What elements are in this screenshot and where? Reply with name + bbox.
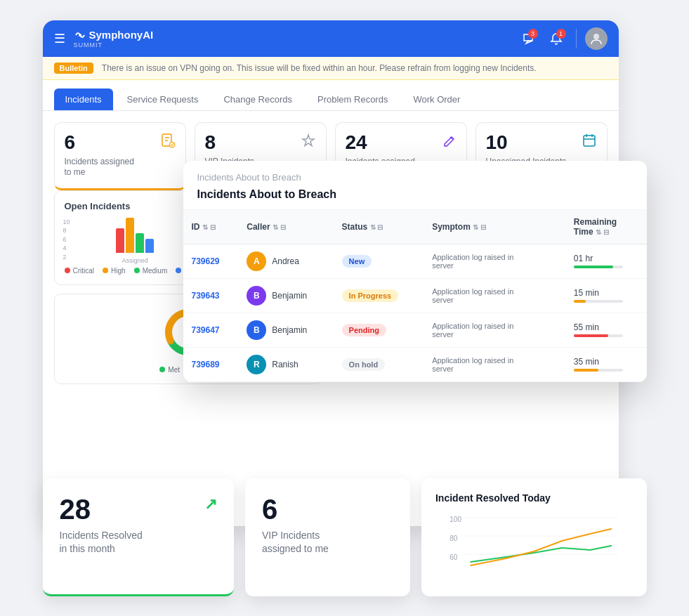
edit-icon: [441, 133, 457, 152]
vip-label: VIP Incidentsassigned to me: [262, 529, 393, 556]
remaining-739689: 35 min: [574, 357, 638, 372]
incident-id-739629[interactable]: 739629: [192, 256, 220, 266]
tab-service-requests[interactable]: Service Requests: [116, 89, 210, 110]
symptom-739629: Application log raised in server: [432, 253, 530, 270]
legend-dot-low: [176, 268, 181, 273]
resolved-label: Incidents Resolvedin this month: [60, 529, 217, 556]
caller-benjamin-2: B Benjamin: [247, 320, 324, 340]
resolved-num: 28: [60, 495, 91, 523]
status-new-739629: New: [342, 255, 372, 268]
time-bar-fill-739643: [574, 300, 586, 303]
col-id: ID ⇅ ⊟: [183, 210, 239, 244]
legend-medium: Medium: [134, 267, 168, 275]
svg-text:100: 100: [450, 516, 461, 523]
table-row: 739629 A Andrea New Application log rais…: [183, 244, 647, 278]
incident-id-739643[interactable]: 739643: [192, 291, 220, 301]
bulletin-badge: Bulletin: [54, 63, 93, 74]
caller-avatar-benjamin-1: B: [247, 286, 266, 306]
chat-badge: 3: [528, 29, 538, 39]
table-row: 739643 B Benjamin In Progress Applicatio…: [183, 278, 647, 313]
resolved-today-chart: 100 80 60: [435, 509, 633, 579]
svg-point-0: [79, 34, 81, 37]
nav-icons: 3 1: [517, 27, 608, 50]
star-icon: [301, 133, 316, 152]
caller-avatar-andrea: A: [247, 251, 266, 271]
stat-num-assigned-team: 24: [346, 133, 457, 152]
user-avatar[interactable]: [585, 27, 608, 50]
bar-low-assigned: [145, 239, 154, 253]
bell-badge: 1: [556, 29, 566, 39]
app-name: SymphonyAI: [74, 29, 154, 41]
incident-id-739647[interactable]: 739647: [192, 325, 220, 335]
nav-bar: ☰ SymphonyAI SUMMIT 3: [43, 20, 619, 57]
chat-icon-btn[interactable]: 3: [517, 27, 539, 50]
nav-divider: [576, 29, 577, 48]
legend-high: High: [103, 267, 126, 275]
breach-table: ID ⇅ ⊟ Caller ⇅ ⊟ Status ⇅ ⊟ Symptom ⇅ ⊟…: [183, 210, 647, 382]
stat-num-vip-assigned-me: 8: [205, 133, 316, 152]
y-axis-labels: 108642: [63, 218, 70, 261]
legend-dot-critical: [65, 268, 70, 273]
legend-met-2: Met: [159, 366, 180, 374]
svg-text:80: 80: [450, 535, 458, 542]
status-onhold-739689: On hold: [342, 358, 386, 371]
stat-label-assigned-me: Incidents assignedto me: [65, 157, 176, 178]
bottom-cards-row: 28 ↗ Incidents Resolvedin this month 6 V…: [29, 478, 661, 596]
logo-icon: [74, 29, 86, 41]
table-row: 739647 B Benjamin Pending Application lo…: [183, 313, 647, 347]
legend-dot-high: [103, 268, 108, 273]
tab-problem-records[interactable]: Problem Records: [306, 89, 399, 110]
document-icon: [160, 133, 176, 152]
legend-dot-medium: [134, 268, 140, 273]
vip-num: 6: [262, 495, 393, 523]
stat-card-assigned-me[interactable]: 6 Incidents assignedto me: [54, 122, 186, 190]
legend-critical: Critical: [65, 267, 95, 275]
incident-id-739689[interactable]: 739689: [192, 360, 220, 369]
bar-group-assigned: Assigned: [77, 211, 194, 264]
svg-rect-4: [584, 136, 595, 146]
bulletin-text: There is an issue on VPN going on. This …: [102, 63, 537, 73]
app-subtitle: SUMMIT: [74, 41, 103, 48]
trend-up-icon: ↗: [204, 495, 217, 513]
status-pending-739647: Pending: [342, 324, 386, 336]
tabs-bar: Incidents Service Requests Change Record…: [43, 80, 619, 111]
bell-icon-btn[interactable]: 1: [545, 27, 567, 50]
col-symptom: Symptom ⇅ ⊟: [424, 210, 565, 244]
col-status: Status ⇅ ⊟: [334, 210, 424, 244]
breach-modal-header: Incidents About to Breach Incidents Abou…: [183, 161, 647, 210]
bar-high-assigned: [126, 218, 134, 253]
svg-point-1: [593, 34, 599, 39]
time-bar-fill-739629: [574, 266, 613, 268]
bar-label-assigned: Assigned: [122, 257, 148, 264]
remaining-739629: 01 hr: [574, 254, 638, 268]
legend-dot-met-2: [159, 367, 165, 372]
caller-ranish: R Ranish: [247, 355, 324, 374]
tab-incidents[interactable]: Incidents: [54, 89, 113, 110]
symptom-739643: Application log raised in server: [432, 287, 530, 304]
vip-card[interactable]: 6 VIP Incidentsassigned to me: [245, 478, 410, 596]
breach-modal: Incidents About to Breach Incidents Abou…: [183, 161, 647, 382]
tab-change-records[interactable]: Change Records: [212, 89, 303, 110]
symptom-739689: Application log raised in server: [432, 356, 530, 373]
caller-benjamin-1: B Benjamin: [247, 286, 324, 306]
status-inprogress-739643: In Progress: [342, 289, 399, 302]
hamburger-icon[interactable]: ☰: [54, 31, 65, 46]
svg-text:60: 60: [450, 553, 458, 561]
resolved-today-title: Incident Resolved Today: [435, 492, 633, 504]
calendar-icon: [582, 133, 597, 152]
tab-work-order[interactable]: Work Order: [402, 89, 471, 110]
table-row: 739689 R Ranish On hold Application log …: [183, 347, 647, 381]
caller-avatar-benjamin-2: B: [247, 320, 266, 340]
bar-critical-assigned: [116, 228, 124, 253]
col-caller: Caller ⇅ ⊟: [238, 210, 333, 244]
symptom-739647: Application log raised in server: [432, 322, 530, 339]
stat-num-unassigned: 10: [486, 133, 597, 152]
breach-modal-subtitle: Incidents About to Breach: [197, 172, 633, 183]
remaining-739643: 15 min: [574, 288, 638, 303]
resolved-card[interactable]: 28 ↗ Incidents Resolvedin this month: [43, 478, 234, 596]
time-bar-fill-739647: [574, 334, 608, 337]
resolved-today-card: Incident Resolved Today 100 80 60: [421, 478, 647, 596]
col-remaining-time: RemainingTime ⇅ ⊟: [565, 210, 647, 244]
bar-medium-assigned: [136, 233, 144, 253]
bulletin-bar: Bulletin There is an issue on VPN going …: [43, 57, 619, 80]
